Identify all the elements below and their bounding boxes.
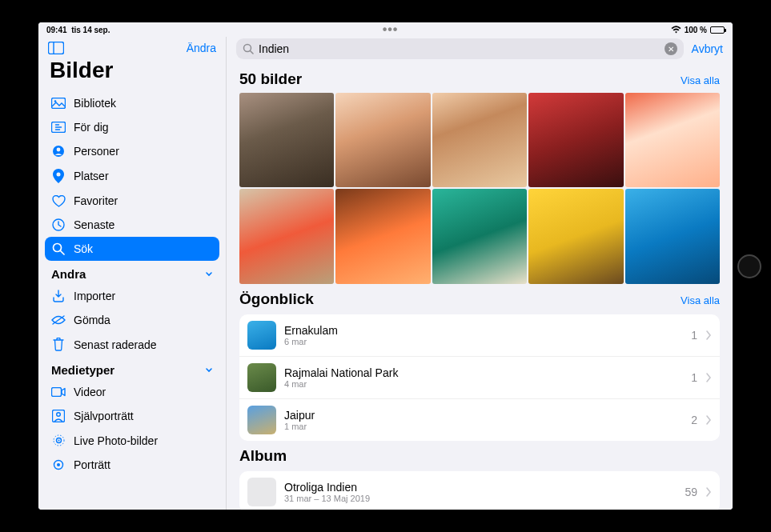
album-thumb [247,478,276,506]
sidebar-item-trash[interactable]: Senast raderade [45,332,219,357]
live-icon [51,434,66,447]
sidebar-item-video[interactable]: Videor [45,380,219,404]
sidebar-item-foryou[interactable]: För dig [45,115,219,139]
places-icon [51,169,66,183]
photo-grid [239,93,720,284]
multitask-pill[interactable]: ••• [383,22,399,37]
selfie-icon [51,410,66,422]
section-label: Andra [51,267,86,281]
heart-icon [51,195,66,207]
album-title: Otroliga Indien [284,481,677,494]
photo-thumb[interactable] [528,93,623,187]
svg-rect-2 [52,98,66,109]
moments-heading: Ögonblick [239,290,314,308]
search-icon [51,242,66,255]
moment-row[interactable]: Jaipur1 mar2 [239,399,720,441]
foryou-icon [51,122,66,133]
photo-thumb[interactable] [335,93,430,187]
sidebar-item-heart[interactable]: Favoriter [45,189,219,213]
chevron-down-icon [205,366,213,374]
sidebar-item-label: Självporträtt [74,410,134,422]
status-bar: 09:41 tis 14 sep. ••• 100 % [38,22,733,37]
moment-title: Rajmalai National Park [284,366,683,379]
status-date: tis 14 sep. [71,26,110,34]
svg-point-17 [58,440,59,442]
chevron-right-icon [705,373,712,382]
sidebar-item-portrait[interactable]: Porträtt [45,453,219,477]
moment-thumb [247,321,276,350]
photo-thumb[interactable] [335,189,430,283]
moment-thumb [247,363,276,392]
albums-list: Otroliga Indien31 mar – 13 Maj 201959 [239,471,720,510]
moment-title: Jaipur [284,409,683,422]
sidebar-item-import[interactable]: Importer [45,284,219,308]
album-heading: Album [239,447,287,465]
moment-count: 2 [691,414,697,426]
sidebar-item-label: Favoriter [74,194,118,207]
album-count: 59 [685,486,697,498]
content: ✕ Avbryt 50 bilder Visa alla Ögonblick V… [227,37,733,510]
clock-icon [51,218,66,231]
sidebar: Ändra Bilder BibliotekFör digPersonerPla… [38,37,227,510]
sidebar-item-library[interactable]: Bibliotek [45,91,219,115]
moment-row[interactable]: Ernakulam6 mar1 [239,314,720,357]
wifi-icon [671,26,681,34]
svg-point-6 [57,148,61,152]
library-icon [51,98,66,109]
search-bar[interactable]: ✕ [236,38,684,59]
sidebar-item-label: Gömda [74,314,110,326]
photo-thumb[interactable] [625,189,720,283]
edit-button[interactable]: Ändra [187,42,216,54]
moments-list: Ernakulam6 mar1Rajmalai National Park4 m… [239,314,720,441]
sidebar-item-label: Personer [74,145,119,158]
battery-icon [710,26,725,34]
battery-percent: 100 % [685,26,707,34]
cancel-button[interactable]: Avbryt [692,42,723,55]
photo-thumb[interactable] [528,189,623,283]
video-icon [51,387,66,397]
sidebar-section[interactable]: Andra [45,261,219,284]
photo-thumb[interactable] [239,93,334,187]
people-icon [51,145,66,158]
search-input[interactable] [259,42,660,55]
album-row[interactable]: Otroliga Indien31 mar – 13 Maj 201959 [239,471,720,510]
moment-row[interactable]: Rajmalai National Park4 mar1 [239,357,720,399]
clear-search-button[interactable]: ✕ [665,42,677,55]
sidebar-item-label: Importer [74,290,115,302]
sidebar-item-places[interactable]: Platser [45,163,219,189]
photo-thumb[interactable] [239,189,334,283]
album-date: 31 mar – 13 Maj 2019 [284,494,677,503]
show-all-moments[interactable]: Visa alla [681,294,720,306]
moment-count: 1 [691,329,697,342]
sidebar-section[interactable]: Medietyper [45,357,219,380]
svg-line-21 [251,51,254,54]
sidebar-item-clock[interactable]: Senaste [45,213,219,237]
hidden-icon [51,314,66,326]
chevron-right-icon [705,330,712,340]
sidebar-item-hidden[interactable]: Gömda [45,308,219,332]
svg-point-19 [57,463,60,466]
photo-thumb[interactable] [432,189,527,283]
sidebar-item-people[interactable]: Personer [45,139,219,163]
sidebar-item-live[interactable]: Live Photo-bilder [45,428,219,453]
trash-icon [51,338,66,351]
svg-point-14 [57,413,61,417]
sidebar-item-label: Porträtt [74,458,110,471]
moment-count: 1 [691,371,697,384]
moment-thumb [247,406,276,434]
sidebar-item-label: Bibliotek [74,97,116,110]
home-button[interactable] [737,254,761,278]
moment-date: 1 mar [284,422,683,431]
photo-thumb[interactable] [432,93,527,187]
moment-date: 6 mar [284,337,683,346]
photo-thumb[interactable] [625,93,720,187]
chevron-right-icon [705,487,712,497]
sidebar-item-selfie[interactable]: Självporträtt [45,404,219,428]
svg-line-10 [61,251,65,255]
results-count: 50 bilder [239,70,302,88]
show-all-photos[interactable]: Visa alla [681,74,720,86]
sidebar-item-search[interactable]: Sök [45,237,219,261]
search-icon [243,43,254,54]
sidebar-toggle-icon[interactable] [48,42,64,54]
sidebar-item-label: Sök [74,242,93,255]
